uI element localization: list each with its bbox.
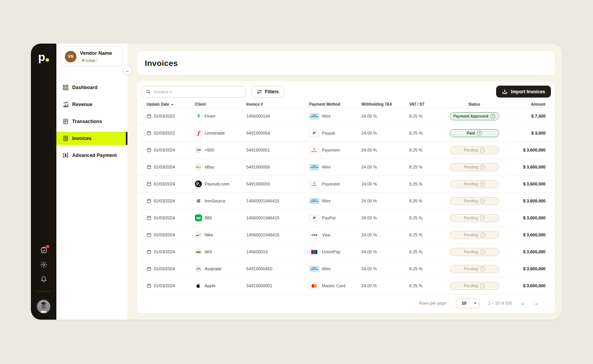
column-header-amount: Amount <box>501 102 546 106</box>
withholding-tax-cell: 24.00 % <box>361 216 409 220</box>
search-input[interactable] <box>154 89 242 94</box>
payment-method-cell: WIRETRANSFERWire <box>309 164 361 170</box>
status-badge: Pending? <box>450 180 499 188</box>
vat-cell: 8.25 % <box>409 249 448 254</box>
info-icon[interactable]: ? <box>480 216 485 221</box>
status-badge: Payment Approved? <box>450 112 499 120</box>
notification-dot <box>46 245 49 248</box>
sidebar-item-label: Revenue <box>72 102 92 107</box>
update-date-cell: 01/03/2024 <box>147 165 195 169</box>
import-invoices-button[interactable]: Import Invoices <box>496 86 551 98</box>
invoice-row[interactable]: 01/03/2024Apple54919000001Master Card24.… <box>137 278 555 295</box>
info-icon[interactable]: ? <box>480 266 485 271</box>
invoices-icon <box>63 135 69 142</box>
info-icon[interactable]: ? <box>480 182 485 187</box>
calendar-icon <box>147 283 151 288</box>
withholding-tax-cell: 24.00 % <box>361 165 409 169</box>
invoice-row[interactable]: 01/03/2024PPayouts.com5491900059Payoneer… <box>137 176 555 193</box>
client-cell: iSIronSource <box>195 197 246 204</box>
next-page-button[interactable]: → <box>533 300 539 306</box>
info-icon[interactable]: ? <box>477 131 482 136</box>
sidebar-item-advanced-payment[interactable]: Advanced Payment <box>56 149 127 162</box>
settings-button[interactable] <box>40 261 47 268</box>
sidebar-item-label: Advanced Payment <box>72 153 117 158</box>
table-header-row: Update Date▼ClientInvoice #Payment Metho… <box>137 101 555 108</box>
sidebar-item-label: Dashboard <box>72 85 97 90</box>
invoice-row[interactable]: 01/03/2024Avatrade54919000450WIRETRANSFE… <box>137 261 555 278</box>
payment-method-cell: WIRETRANSFERWire <box>309 113 361 120</box>
vat-cell: 8.25 % <box>409 131 448 135</box>
status-cell: Pending? <box>448 197 501 205</box>
amount-cell: $ 3,600,000 <box>501 266 546 271</box>
filters-button[interactable]: Filters <box>251 86 284 98</box>
client-cell: ebayeBay <box>195 163 246 170</box>
invoice-row[interactable]: 01/03/2024+500+5005491900051PayoneerPayo… <box>137 142 555 159</box>
calendar-icon <box>147 114 151 118</box>
info-icon[interactable]: ? <box>480 165 485 170</box>
notifications-button[interactable] <box>40 276 47 283</box>
payment-method-cell: PPPayPal <box>309 215 361 221</box>
paypal-badge: PP <box>309 215 319 221</box>
sidebar-item-dashboard[interactable]: Dashboard <box>56 81 127 94</box>
client-cell: +500+500 <box>195 147 246 153</box>
invoice-row[interactable]: 01/03/2024wixWiX145600019UnionPay24.00 %… <box>137 244 555 261</box>
invoice-row[interactable]: 01/03/2022fiFiverr1456000194WIRETRANSFER… <box>137 108 555 125</box>
sidebar-item-revenue[interactable]: Revenue <box>56 98 127 111</box>
client-cell: Nike <box>195 231 246 238</box>
vat-cell: 8.25 % <box>409 182 448 186</box>
collapse-sidebar-button[interactable]: ← <box>123 66 132 75</box>
status-badge: Pending? <box>450 163 499 171</box>
invoice-number-cell: 1456000194 <box>246 114 309 118</box>
sidebar-item-invoices[interactable]: Invoices <box>56 132 127 145</box>
sidebar-item-label: Transactions <box>72 119 102 124</box>
info-icon[interactable]: ? <box>480 249 485 254</box>
invoice-row[interactable]: 01/03/2024Nike14560001946415VISAVisa24.0… <box>137 227 555 244</box>
info-icon[interactable]: ? <box>490 114 495 119</box>
lemonade-logo: ƒ <box>195 130 202 136</box>
app-window: p VN Vendor Name Active DashboardReven <box>31 44 562 320</box>
invoice-row[interactable]: 01/03/2024iSIronSource14560001946415WIRE… <box>137 193 555 210</box>
tasks-button[interactable] <box>40 246 47 254</box>
active-dot <box>82 59 84 61</box>
invoice-number-cell: 5491900051 <box>246 148 309 152</box>
payment-method-cell: PayoneerPayoneer <box>309 147 361 153</box>
dashboard-icon <box>63 84 69 91</box>
amount-cell: $ 3,600,000 <box>501 199 546 203</box>
status-cell: Pending? <box>448 282 501 290</box>
sidebar-item-label: Invoices <box>72 136 91 141</box>
withholding-tax-cell: 24.00 % <box>361 233 409 237</box>
calendar-icon <box>147 165 151 169</box>
pagination-bar: Rows per page: 10▾ 1 – 10 of 100 ← → <box>137 295 555 313</box>
user-avatar[interactable] <box>37 300 51 313</box>
info-icon[interactable]: ? <box>480 283 485 288</box>
client-cell: fiFiverr <box>195 113 246 120</box>
previous-page-button[interactable]: ← <box>520 300 526 306</box>
info-icon[interactable]: ? <box>480 148 485 153</box>
info-icon[interactable]: ? <box>480 233 485 238</box>
status-cell: Pending? <box>448 248 501 256</box>
column-header-update-date[interactable]: Update Date▼ <box>147 102 195 106</box>
payoneer-badge: Payoneer <box>309 147 319 153</box>
info-icon[interactable]: ? <box>480 199 485 204</box>
update-date-cell: 01/03/2024 <box>147 199 195 203</box>
invoice-row[interactable]: 01/03/202488888814560001946415PPPayPal24… <box>137 210 555 227</box>
invoice-row[interactable]: 01/03/2024ebayeBay5491900058WIRETRANSFER… <box>137 159 555 176</box>
invoice-row[interactable]: 01/03/2022ƒLemonade5491900054PPPaypal24.… <box>137 125 555 142</box>
bell-icon <box>40 276 47 283</box>
wix-logo: wix <box>195 248 202 255</box>
vendor-card[interactable]: VN Vendor Name Active <box>61 47 123 67</box>
withholding-tax-cell: 24.00 % <box>361 182 409 186</box>
invoice-number-cell: 5491900054 <box>246 131 309 135</box>
client-cell: PPayouts.com <box>195 180 246 187</box>
status-badge: Pending? <box>450 146 499 154</box>
status-cell: Pending? <box>448 163 501 171</box>
status-cell: Pending? <box>448 231 501 239</box>
status-badge: Pending? <box>450 248 499 256</box>
fiverr-logo: fi <box>195 113 202 120</box>
status-badge: Pending? <box>450 231 499 239</box>
sidebar-item-transactions[interactable]: Transactions <box>56 115 127 128</box>
payment-method-cell: WIRETRANSFERWire <box>309 198 361 204</box>
status-badge: Pending? <box>450 265 499 273</box>
withholding-tax-cell: 24.00 % <box>361 131 409 135</box>
rows-per-page-select[interactable]: 10▾ <box>456 298 480 308</box>
